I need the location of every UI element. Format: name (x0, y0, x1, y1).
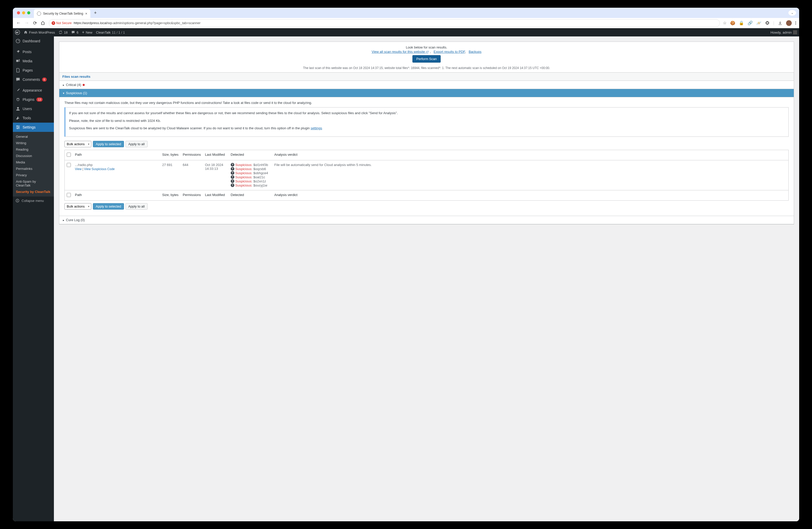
wp-admin: Fresh WordPress 18 6 + New CleanTalk 11 … (13, 28, 351, 229)
files-scan-results-header: Files scan results (59, 72, 351, 81)
table-footer-row: Path Size, bytes Permissions Last Modifi… (65, 190, 351, 200)
home-button[interactable] (41, 21, 46, 25)
url-bar[interactable]: ✕ Not Secure https://wordpress.local/wp-… (49, 19, 351, 27)
suspicious-description: These files may not contain malicious co… (64, 101, 351, 105)
caret-icon (63, 83, 64, 87)
warning-icon: ✕ (52, 21, 55, 25)
select-all-checkbox-bottom[interactable] (67, 193, 71, 197)
col-perms[interactable]: Permissions (181, 150, 203, 160)
col-modified[interactable]: Last Modified (203, 150, 229, 160)
row-checkbox[interactable] (67, 163, 71, 167)
new-content-link[interactable]: + New (82, 30, 92, 35)
collapse-menu[interactable]: Collapse menu (13, 196, 54, 205)
col-verdict[interactable]: Analysis verdict (272, 150, 351, 160)
plug-icon (15, 97, 20, 102)
accordion-cure-log[interactable]: Cure Log (0) (59, 216, 351, 224)
help-icon[interactable]: ? (231, 163, 234, 166)
bulk-actions-select[interactable]: Bulk actions (64, 141, 91, 147)
accordion-suspicious[interactable]: Suspicious (1) (59, 89, 351, 97)
menu-dashboard[interactable]: Dashboard (13, 36, 54, 46)
cleantalk-link[interactable]: CleanTalk 11 / 1 / 1 (96, 31, 125, 34)
updates-link[interactable]: 18 (59, 30, 68, 34)
suspicious-body: These files may not contain malicious co… (59, 97, 351, 216)
reload-button[interactable]: ⟳ (32, 20, 38, 26)
submenu-antispam[interactable]: Anti-Spam by CleanTalk (13, 178, 54, 189)
submenu-general[interactable]: General (13, 133, 54, 140)
file-detected: ? Suspicious: $ol1nhf3b ? Suspicious: $o… (229, 160, 272, 190)
menu-media[interactable]: Media (13, 56, 54, 66)
help-icon[interactable]: ? (231, 183, 234, 187)
site-name-link[interactable]: Fresh WordPress (24, 30, 55, 34)
tab-title: Security by CleanTalk Setting (43, 12, 83, 15)
forward-button[interactable]: → (24, 20, 29, 26)
menu-pages[interactable]: Pages (13, 66, 54, 75)
view-action[interactable]: View (75, 167, 82, 171)
file-size: 27 691 (160, 160, 181, 190)
wrench-icon (15, 115, 20, 121)
col-path[interactable]: Path (73, 150, 160, 160)
menu-comments[interactable]: Comments 6 (13, 75, 54, 84)
apply-all-button[interactable]: Apply to all (126, 141, 148, 147)
svg-point-6 (16, 199, 19, 202)
apply-selected-button[interactable]: Apply to selected (93, 141, 124, 147)
scan-results-table: Path Size, bytes Permissions Last Modifi… (64, 150, 351, 201)
comment-icon (15, 77, 20, 82)
submenu-reading[interactable]: Reading (13, 146, 54, 153)
url-text: https://wordpress.local/wp-admin/options… (74, 21, 200, 25)
submenu-writing[interactable]: Writing (13, 140, 54, 146)
select-all-checkbox[interactable] (67, 153, 71, 157)
submenu-media[interactable]: Media (13, 159, 54, 165)
caret-icon (63, 218, 64, 222)
help-icon[interactable]: ? (231, 171, 234, 175)
browser-toolbar: ← → ⟳ ✕ Not Secure https://wordpress.loc… (13, 18, 351, 28)
tab-strip: Security by CleanTalk Setting × + ⌄ (13, 8, 351, 18)
help-icon[interactable]: ? (231, 179, 234, 183)
window-close[interactable] (17, 11, 20, 14)
col-detected[interactable]: Detected (229, 150, 272, 160)
apply-all-button-bottom[interactable]: Apply to all (126, 203, 148, 210)
bulk-actions-top: Bulk actions Apply to selected Apply to … (64, 141, 351, 147)
window-minimize[interactable] (22, 11, 25, 14)
menu-appearance[interactable]: Appearance (13, 86, 54, 95)
traffic-lights (15, 11, 32, 14)
scan-status-line: The last scan of this website was on Oct… (59, 65, 351, 72)
settings-link[interactable]: settings (310, 126, 322, 130)
help-icon[interactable]: ? (231, 175, 234, 179)
wp-logo[interactable] (15, 30, 20, 35)
wp-sidebar: Dashboard Posts Media Pages Comment (13, 36, 54, 229)
tab-close-icon[interactable]: × (85, 12, 87, 16)
col-size[interactable]: Size, bytes (160, 150, 181, 160)
help-icon[interactable]: ? (231, 167, 234, 171)
content-panel: Look below for scan results. View all sc… (59, 42, 351, 224)
window-maximize[interactable] (27, 11, 30, 14)
file-perms: 644 (181, 160, 203, 190)
plugins-badge: 13 (37, 98, 43, 102)
sliders-icon (15, 125, 20, 130)
apply-selected-button-bottom[interactable]: Apply to selected (93, 203, 124, 210)
menu-plugins[interactable]: Plugins 13 (13, 95, 54, 104)
back-button[interactable]: ← (16, 20, 21, 26)
comments-link[interactable]: 6 (71, 30, 78, 34)
svg-point-3 (17, 126, 17, 126)
browser-tab[interactable]: Security by CleanTalk Setting × (34, 9, 90, 18)
media-icon (15, 58, 20, 64)
submenu-security[interactable]: Security by CleanTalk (13, 189, 54, 195)
menu-tools[interactable]: Tools (13, 113, 54, 123)
accordion-critical[interactable]: Critical (4) (59, 81, 351, 89)
new-tab-button[interactable]: + (92, 10, 99, 16)
menu-users[interactable]: Users (13, 104, 54, 113)
dashboard-icon (15, 39, 20, 44)
collapse-icon (15, 199, 19, 203)
submenu-privacy[interactable]: Privacy (13, 172, 54, 178)
bulk-actions-select-bottom[interactable]: Bulk actions (64, 203, 91, 210)
red-dot-icon (83, 84, 85, 86)
menu-settings[interactable]: Settings (13, 123, 54, 132)
caret-icon (63, 91, 64, 95)
submenu-discussion[interactable]: Discussion (13, 153, 54, 159)
globe-icon (37, 12, 41, 16)
pin-icon (15, 49, 20, 54)
submenu-permalinks[interactable]: Permalinks (13, 165, 54, 172)
view-suspicious-action[interactable]: View Suspicious Code (84, 167, 115, 171)
menu-posts[interactable]: Posts (13, 47, 54, 56)
svg-point-4 (18, 127, 19, 128)
